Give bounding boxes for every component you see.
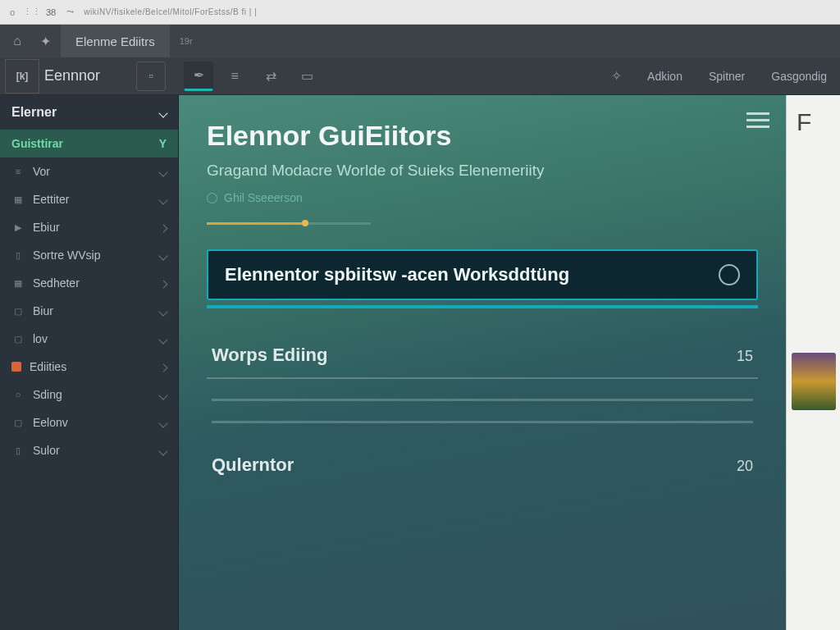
- sidebar-item-vor[interactable]: ≡Vor: [0, 158, 178, 185]
- right-pane: F: [786, 95, 840, 630]
- tab-label: Elenme Ediitrs: [75, 34, 155, 48]
- sidebar-item-label: lov: [33, 332, 48, 345]
- sidebar-item-label: Biur: [33, 304, 53, 317]
- section-value: 20: [737, 458, 753, 475]
- chevron-right-icon: [161, 221, 167, 234]
- page-subtitle: Gragand Modacre Worlde of Suieks Eleneme…: [207, 162, 758, 180]
- sidebar-item-icon: ▦: [11, 194, 25, 205]
- content-area: Elerner Guisttirar Y ≡Vor▦Eettiter▶Ebiur…: [0, 95, 840, 630]
- tool-settings-icon[interactable]: ✧: [601, 62, 631, 91]
- chevron-down-icon: [160, 444, 167, 457]
- main-area: Elennor GuiEiitors Gragand Modacre World…: [179, 95, 840, 630]
- tool-list-icon[interactable]: ≡: [220, 62, 249, 91]
- sidebar-item-icon: [11, 362, 21, 372]
- chevron-down-icon: [160, 304, 167, 317]
- tool-link-icon[interactable]: ⇄: [256, 62, 285, 91]
- chevron-down-icon: [160, 416, 167, 429]
- sidebar-item-icon: ▢: [11, 305, 25, 317]
- banner[interactable]: Elennentor spbiitsw -acen Worksddtüng: [207, 249, 758, 300]
- toolbar-link-gasgondig[interactable]: Gasgondig: [758, 70, 840, 83]
- star-icon[interactable]: ✦: [33, 29, 57, 53]
- chevron-down-icon: [160, 388, 167, 401]
- page-meta: Ghil Sseeerson: [207, 191, 758, 204]
- sidebar-item-sortre wvsip[interactable]: ▯Sortre WVsip: [0, 241, 178, 269]
- sidebar-item-icon: ≡: [11, 166, 25, 177]
- banner-title: Elennentor spbiitsw -acen Worksddtüng: [225, 264, 569, 285]
- section-row-qulerntor[interactable]: Qulerntor 20: [207, 443, 758, 487]
- sidebar-item-ediities[interactable]: Ediities: [0, 353, 178, 381]
- sidebar-item-label: Sedheter: [33, 276, 80, 290]
- sidebar-item-icon: ○: [11, 389, 25, 400]
- chevron-right-icon: [161, 360, 167, 373]
- progress-fill: [207, 222, 302, 225]
- chevron-down-icon: [160, 165, 167, 178]
- sidebar-item-label: Ediities: [30, 360, 66, 373]
- meta-text: Ghil Sseeerson: [224, 191, 303, 204]
- progress-handle-icon[interactable]: [302, 220, 308, 226]
- toolbar-link-spitner[interactable]: Spitner: [696, 70, 758, 83]
- browser-chrome: o ⋮⋮ 38 ⤳ wikiNV/fisikele/Belcel/Mitol/F…: [0, 0, 840, 25]
- sidebar-item-label: Vor: [33, 165, 50, 178]
- sidebar: Elerner Guisttirar Y ≡Vor▦Eettiter▶Ebiur…: [0, 95, 179, 630]
- tool-panel-icon[interactable]: ▫: [136, 62, 166, 91]
- sidebar-item-label: Ebiur: [33, 221, 60, 234]
- banner-radio-icon[interactable]: [719, 264, 740, 285]
- sidebar-item-sulor[interactable]: ▯Sulor: [0, 436, 178, 464]
- banner-underline: [207, 305, 758, 308]
- browser-graph-icon[interactable]: ⤳: [64, 7, 75, 18]
- canvas: Elennor GuiEiitors Gragand Modacre World…: [179, 95, 786, 630]
- sidebar-item-label: Sulor: [33, 444, 60, 457]
- filter-icon: Y: [159, 137, 167, 150]
- sidebar-item-guisttirar[interactable]: Guisttirar Y: [0, 130, 178, 158]
- home-icon[interactable]: ⌂: [5, 29, 30, 53]
- sidebar-item-label: Eelonv: [33, 416, 68, 429]
- sidebar-item-lov[interactable]: ▢lov: [0, 325, 178, 353]
- sidebar-item-eettiter[interactable]: ▦Eettiter: [0, 185, 178, 213]
- rightpane-letter: F: [792, 105, 835, 139]
- sidebar-item-label: Guisttirar: [11, 137, 63, 150]
- sidebar-item-label: Sortre WVsip: [33, 249, 100, 262]
- divider-line: [212, 399, 753, 401]
- sidebar-item-icon: ▯: [11, 249, 25, 261]
- section-label: Worps Ediing: [212, 345, 327, 366]
- thumbnail-image[interactable]: [792, 353, 836, 410]
- sidebar-item-label: Sding: [33, 388, 62, 401]
- tab-bar: ⌂ ✦ Elenme Ediitrs 19r: [0, 25, 840, 57]
- browser-menu-icon[interactable]: ⋮⋮: [26, 7, 38, 18]
- sidebar-item-icon: ▯: [11, 445, 25, 456]
- brand-logo-icon[interactable]: [k]: [5, 59, 39, 94]
- tab-elenme[interactable]: Elenme Ediitrs: [61, 25, 170, 57]
- section-row-worps[interactable]: Worps Ediing 15: [207, 333, 758, 379]
- tool-card-icon[interactable]: ▭: [292, 62, 322, 91]
- brand-name: Eennnor: [44, 67, 133, 84]
- divider-line: [212, 421, 753, 423]
- sidebar-item-icon: ▢: [11, 417, 25, 428]
- chevron-down-icon: [160, 193, 167, 206]
- new-tab-hint[interactable]: 19r: [173, 36, 193, 46]
- chevron-down-icon: [160, 105, 167, 120]
- sidebar-item-sding[interactable]: ○Sding: [0, 381, 178, 409]
- meta-circle-icon: [207, 193, 217, 203]
- progress-bar[interactable]: [207, 222, 371, 225]
- sidebar-item-icon: ▢: [11, 333, 25, 345]
- hamburger-menu-icon[interactable]: [746, 108, 769, 132]
- sidebar-section-label: Elerner: [11, 105, 57, 120]
- sidebar-section-elerner[interactable]: Elerner: [0, 95, 178, 130]
- toolbar-link-adkion[interactable]: Adkion: [634, 70, 696, 83]
- toolbar: [k] Eennnor ▫ ✒ ≡ ⇄ ▭ ✧ Adkion Spitner G…: [0, 57, 840, 95]
- sidebar-item-label: Eettiter: [33, 193, 69, 206]
- tool-cursor-icon[interactable]: ✒: [184, 62, 213, 91]
- browser-num: 38: [46, 7, 56, 17]
- page-title: Elennor GuiEiitors: [207, 120, 758, 152]
- chevron-right-icon: [161, 276, 167, 290]
- sidebar-item-icon: ▶: [11, 221, 25, 233]
- section-label: Qulerntor: [212, 454, 294, 476]
- sidebar-item-biur[interactable]: ▢Biur: [0, 297, 178, 325]
- sidebar-item-eelonv[interactable]: ▢Eelonv: [0, 409, 178, 436]
- browser-back-icon[interactable]: o: [7, 7, 18, 18]
- sidebar-item-icon: ▦: [11, 277, 25, 289]
- chevron-down-icon: [160, 332, 167, 345]
- section-value: 15: [737, 348, 753, 365]
- sidebar-item-ebiur[interactable]: ▶Ebiur: [0, 213, 178, 241]
- sidebar-item-sedheter[interactable]: ▦Sedheter: [0, 269, 178, 297]
